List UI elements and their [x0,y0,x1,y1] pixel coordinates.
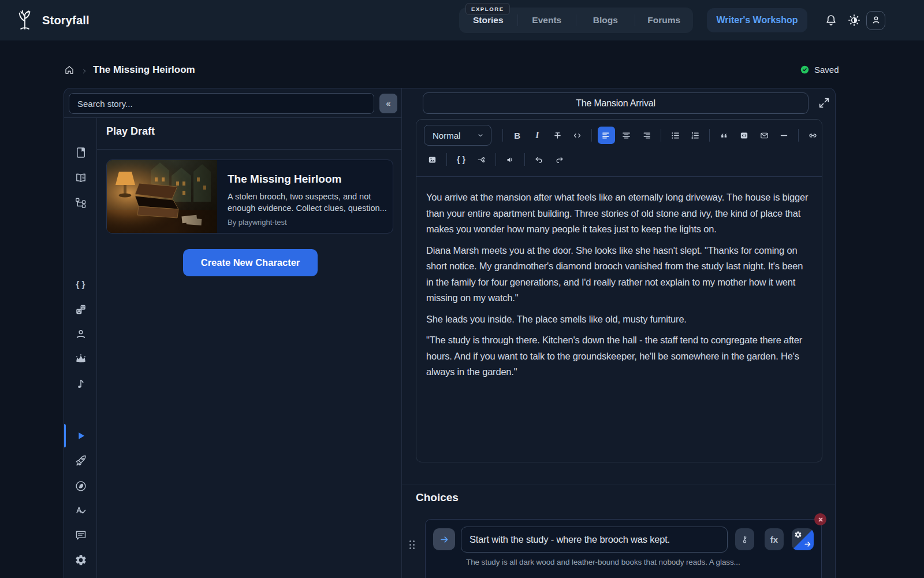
writers-workshop-button[interactable]: Writer's Workshop [707,8,807,32]
story-paragraph[interactable]: Diana Marsh meets you at the door. She l… [426,243,811,306]
ordered-list-button[interactable] [687,127,704,144]
crown-icon[interactable] [64,349,97,369]
chat-icon[interactable] [64,525,97,546]
top-navbar: Storyfall EXPLORE Stories Events Blogs F… [0,0,924,40]
inline-code-button[interactable] [569,127,586,144]
user-icon [870,14,882,27]
toolbar-divider [446,153,447,166]
align-center-button[interactable] [618,127,635,144]
open-book-icon[interactable] [64,168,97,188]
toolbar-divider [502,129,503,142]
close-icon [818,517,824,523]
toolbar-divider [591,129,592,142]
brightness-theme-icon[interactable] [847,13,861,27]
key-icon [740,535,750,544]
story-description: A stolen brooch, two suspects, and not e… [228,191,389,214]
editor-toolbar-row2: { } [416,149,823,171]
nav-item-blogs[interactable]: Blogs [576,15,635,25]
chapter-title-input[interactable] [423,92,808,114]
fx-button[interactable]: fx [765,528,784,550]
editor-toolbar-row1: Normal B I [416,124,823,146]
link-button[interactable] [804,127,822,144]
toolbar-divider [524,153,525,166]
align-left-button[interactable] [598,127,615,144]
book-icon[interactable] [64,142,97,163]
chevron-down-icon [477,132,484,139]
bell-icon[interactable] [824,13,838,27]
bullet-list-button[interactable] [666,127,684,144]
choice-go-button[interactable] [433,528,455,550]
braces-button[interactable]: { } [453,151,470,168]
envelope-button[interactable] [755,127,773,144]
create-new-character-button[interactable]: Create New Character [183,249,318,276]
strikethrough-button[interactable] [549,127,566,144]
main-container: « [64,88,836,578]
section-title: Play Draft [106,125,155,138]
choice-settings-go-button[interactable] [792,528,814,550]
hand-circle-icon[interactable] [64,476,97,497]
flowchart-icon[interactable] [64,192,97,213]
rich-text-editor: Normal B I [416,119,822,462]
toolbar-divider [495,153,496,166]
image-button[interactable] [424,151,441,168]
remove-choice-button[interactable] [814,513,826,525]
choices-divider [402,484,836,484]
branch-button[interactable] [473,151,490,168]
brand-name: Storyfall [42,14,90,27]
theater-masks-icon[interactable] [64,299,97,320]
spellcheck-icon[interactable] [64,500,97,521]
story-paragraph[interactable]: "The study is through there. Kitchen's d… [426,332,811,380]
format-dropdown[interactable]: Normal [424,125,491,146]
choice-preview-text: The study is all dark wood and leather-b… [466,558,740,566]
drag-handle[interactable] [409,540,416,551]
play-icon[interactable] [64,425,97,446]
editor-panel: Normal B I [402,88,836,578]
tree-logo-icon [15,8,35,32]
saved-label: Saved [814,65,839,75]
redo-button[interactable] [551,151,568,168]
blockquote-button[interactable] [716,127,733,144]
explore-badge: EXPLORE [465,3,510,15]
story-sidebar-panel: « [64,88,402,578]
braces-icon[interactable]: { } [64,273,97,294]
format-dropdown-value: Normal [433,131,460,140]
story-paragraph[interactable]: You arrive at the mansion after what fee… [426,190,811,238]
toolbar-divider [709,129,710,142]
bold-button[interactable]: B [509,127,526,144]
horizontal-rule-button[interactable] [776,127,793,144]
collapse-panel-button[interactable]: « [379,94,397,113]
choices-heading: Choices [416,491,459,504]
brand[interactable]: Storyfall [15,8,90,32]
music-note-icon[interactable] [64,373,97,394]
expand-icon[interactable] [818,97,830,109]
nav-item-forums[interactable]: Forums [635,15,694,25]
search-input[interactable] [69,93,374,114]
saved-check-icon [800,65,810,75]
nav-item-events[interactable]: Events [518,15,576,25]
italic-button[interactable]: I [529,127,546,144]
rocket-icon[interactable] [64,450,97,471]
person-icon[interactable] [64,324,97,344]
align-right-button[interactable] [638,127,655,144]
key-button[interactable] [735,528,754,550]
story-card[interactable]: The Missing Heirloom A stolen brooch, tw… [106,160,393,234]
profile-avatar-button[interactable] [866,11,885,30]
editor-content[interactable]: You arrive at the mansion after what fee… [416,177,822,462]
arrow-right-icon [439,534,450,545]
embed-block-button[interactable] [735,127,752,144]
story-paragraph[interactable]: She leads you inside. The place smells l… [426,312,811,328]
arrow-right-icon [803,540,812,549]
toolbar-divider [798,129,799,142]
choice-text-input[interactable] [461,527,728,553]
section-divider [97,149,402,150]
chevron-right-icon [81,66,88,73]
gear-icon[interactable] [64,550,97,570]
home-icon[interactable] [64,65,74,75]
story-title: The Missing Heirloom [228,173,389,186]
gear-icon [794,531,802,539]
audio-button[interactable] [502,151,519,168]
breadcrumb-current: The Missing Heirloom [93,64,195,76]
undo-button[interactable] [531,151,548,168]
nav-item-stories[interactable]: Stories [459,15,517,25]
story-byline: By playwright-test [228,218,389,227]
